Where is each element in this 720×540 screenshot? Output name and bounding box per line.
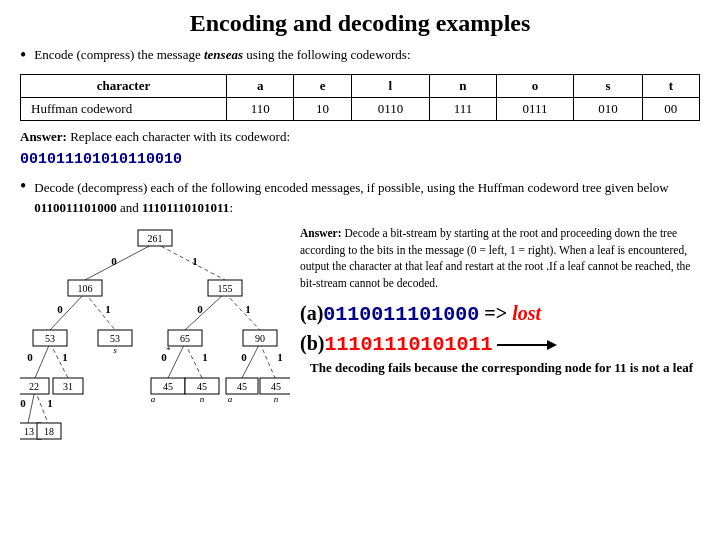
svg-text:18: 18 (44, 426, 54, 437)
answer1-block: Answer: Replace each character with its … (20, 129, 700, 145)
bullet2-code2: 11101110101011 (142, 200, 229, 215)
bullet1-suffix: using the following codewords: (243, 47, 411, 62)
svg-text:1: 1 (277, 351, 283, 363)
part-a-code: 0110011101000 (323, 303, 479, 326)
svg-text:65: 65 (180, 333, 190, 344)
svg-text:s: s (113, 345, 117, 355)
col-header-char: character (21, 75, 227, 98)
svg-text:13: 13 (24, 426, 34, 437)
svg-text:n: n (274, 394, 279, 404)
svg-text:1: 1 (105, 303, 111, 315)
col-header-s: s (574, 75, 642, 98)
cell-t: 00 (642, 98, 699, 121)
svg-line-5 (225, 293, 260, 330)
right-area: Answer: Decode a bit-stream by starting … (290, 225, 700, 376)
svg-text:1: 1 (192, 255, 198, 267)
svg-text:31: 31 (63, 381, 73, 392)
tree-diagram: 261 106 155 53 53 s 65 * 90 22 (20, 225, 290, 455)
svg-text:0: 0 (20, 397, 26, 409)
svg-text:a: a (151, 394, 156, 404)
col-header-o: o (496, 75, 574, 98)
svg-line-2 (50, 293, 85, 330)
svg-text:0: 0 (197, 303, 203, 315)
svg-line-13 (35, 390, 48, 423)
svg-text:106: 106 (78, 283, 93, 294)
part-b-code: 11101110101011 (324, 333, 492, 356)
svg-text:0: 0 (27, 351, 33, 363)
fail-text: The decoding fails because the correspon… (310, 360, 700, 376)
col-header-n: n (430, 75, 497, 98)
cell-s: 010 (574, 98, 642, 121)
arrow-icon (497, 335, 557, 355)
svg-text:45: 45 (271, 381, 281, 392)
answer1-label: Answer: (20, 129, 67, 144)
svg-text:22: 22 (29, 381, 39, 392)
part-a: (a)0110011101000 => lost (300, 302, 700, 326)
part-a-result: lost (512, 302, 541, 324)
cell-o: 0111 (496, 98, 574, 121)
svg-line-12 (28, 390, 35, 423)
svg-text:45: 45 (197, 381, 207, 392)
bullet2-middle: and (117, 200, 142, 215)
answer2-text: Decode a bit-stream by starting at the r… (300, 227, 690, 289)
answer2-description: Answer: Decode a bit-stream by starting … (300, 225, 700, 292)
answer1-code: 001011101010110010 (20, 151, 700, 168)
cell-a: 110 (226, 98, 293, 121)
bullet1-content: Encode (compress) the message tenseas us… (34, 47, 410, 63)
svg-text:53: 53 (110, 333, 120, 344)
cell-l: 0110 (351, 98, 429, 121)
svg-text:a: a (228, 394, 233, 404)
svg-line-9 (185, 343, 202, 378)
bullet2-content: Decode (decompress) each of the followin… (34, 178, 700, 217)
svg-text:155: 155 (218, 283, 233, 294)
svg-text:0: 0 (57, 303, 63, 315)
bullet1-marker: • (20, 45, 26, 66)
bullet2-suffix: : (229, 200, 233, 215)
bullet2-prefix: Decode (decompress) each of the followin… (34, 180, 668, 195)
svg-text:90: 90 (255, 333, 265, 344)
svg-text:0: 0 (241, 351, 247, 363)
bullet1-item: • Encode (compress) the message tenseas … (20, 47, 700, 66)
lower-section: 261 106 155 53 53 s 65 * 90 22 (20, 225, 700, 455)
svg-line-11 (260, 343, 275, 378)
svg-line-8 (168, 343, 185, 378)
col-header-e: e (294, 75, 351, 98)
cell-e: 10 (294, 98, 351, 121)
bullet2-item: • Decode (decompress) each of the follow… (20, 178, 700, 217)
svg-text:1: 1 (245, 303, 251, 315)
table-row: Huffman codeword 110 10 0110 111 0111 01… (21, 98, 700, 121)
bullet2-marker: • (20, 176, 26, 197)
svg-text:45: 45 (163, 381, 173, 392)
svg-text:0: 0 (111, 255, 117, 267)
part-b-label: (b) (300, 332, 324, 354)
col-header-l: l (351, 75, 429, 98)
svg-text:1: 1 (202, 351, 208, 363)
part-b: (b)11101110101011 (300, 332, 700, 356)
svg-text:1: 1 (47, 397, 53, 409)
svg-line-4 (185, 293, 225, 330)
tree-svg: 261 106 155 53 53 s 65 * 90 22 (20, 225, 290, 455)
part-a-label: (a) (300, 302, 323, 324)
part-a-arrow: => (479, 302, 512, 324)
svg-text:45: 45 (237, 381, 247, 392)
svg-text:53: 53 (45, 333, 55, 344)
answer2-label: Answer: (300, 227, 342, 239)
svg-line-1 (155, 243, 225, 280)
bullet1-prefix: Encode (compress) the message (34, 47, 204, 62)
cell-n: 111 (430, 98, 497, 121)
page-title: Encoding and decoding examples (20, 10, 700, 37)
bullet2-code1: 0110011101000 (34, 200, 116, 215)
answer1-text: Replace each character with its codeword… (67, 129, 290, 144)
svg-text:0: 0 (161, 351, 167, 363)
svg-text:261: 261 (148, 233, 163, 244)
svg-line-6 (35, 343, 50, 378)
codeword-table: character a e l n o s t Huffman codeword… (20, 74, 700, 121)
svg-text:1: 1 (62, 351, 68, 363)
svg-marker-65 (547, 340, 557, 350)
row-label: Huffman codeword (21, 98, 227, 121)
svg-text:n: n (200, 394, 205, 404)
col-header-t: t (642, 75, 699, 98)
svg-line-0 (85, 243, 155, 280)
col-header-a: a (226, 75, 293, 98)
bullet1-keyword: tenseas (204, 47, 243, 62)
